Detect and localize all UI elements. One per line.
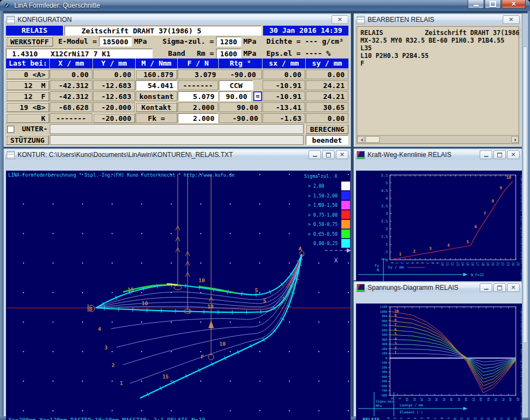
editor-area[interactable]: RELAIS Zeitschrift DRAHT 37(1986) 5 MX-3… — [357, 26, 519, 144]
konfiguration-close-button[interactable]: ✕ — [331, 15, 348, 24]
kraft-close-button[interactable]: ✕ — [507, 150, 520, 159]
minimize-button[interactable] — [468, 0, 484, 9]
svg-text:1: 1 — [395, 262, 399, 264]
rm-field[interactable]: 1600 — [216, 49, 241, 59]
berechnung-button[interactable]: BERECHNG — [306, 124, 348, 134]
kontur-minimize-button[interactable] — [308, 150, 321, 159]
cell-r1c5[interactable]: CCW — [219, 80, 253, 90]
main-titlebar[interactable]: LinA Formfeder: Querschnitte ✕ — [0, 0, 530, 11]
equals-button[interactable]: = — [253, 91, 262, 101]
hscrollbar-thumb[interactable] — [365, 136, 380, 143]
svg-text:-800: -800 — [380, 394, 387, 397]
svg-text:0: 0 — [391, 262, 394, 264]
kontur-close-button[interactable]: ✕ — [336, 150, 348, 159]
cell-r2c3: konstant — [136, 91, 177, 101]
cell-r0c4: 3.079-90.00 — [178, 69, 262, 79]
konfiguration-titlebar[interactable]: KONFIGURATION ✕ — [5, 15, 350, 25]
contour-label-10: 10 — [199, 277, 205, 283]
kontur-titlebar[interactable]: KONTUR: C:\Users\Kuno\Documents\LinAwin\… — [5, 150, 350, 160]
werkstoff-button[interactable]: WERKSTOFF — [6, 37, 53, 46]
window-konfiguration: KONFIGURATION ✕ RELAIS Zeitschrift DRAHT… — [3, 13, 351, 147]
spannung-maximize-button[interactable] — [493, 283, 506, 292]
editor-text[interactable]: RELAIS Zeitschrift DRAHT 37(1986) 5 MX-3… — [357, 27, 519, 67]
kraft-minimize-button[interactable] — [480, 150, 492, 159]
legend-swatch-4 — [341, 220, 350, 229]
unterstuetzung-checkbox[interactable] — [7, 126, 14, 133]
watermark-text: LINA-Formfederberechnung * Dipl.-Ing.(FH… — [520, 308, 522, 420]
svg-text:75: 75 — [502, 398, 505, 401]
svg-text:13: 13 — [474, 417, 477, 420]
material-field[interactable]: 1.4310 X12CrNi17 7 K1 — [6, 49, 153, 59]
cell-r3c3[interactable]: Kontakt — [136, 102, 177, 112]
main-window-title: LinA Formfeder: Querschnitte — [14, 2, 100, 9]
contour-label-10: 10 — [207, 304, 214, 310]
svg-text:-500: -500 — [380, 380, 387, 383]
kraft-maximize-button[interactable] — [493, 150, 506, 159]
cell-r3c1: -68.628 — [50, 102, 92, 112]
point-label-2: 2 — [413, 249, 416, 254]
cell-r2c5[interactable]: 90.00 — [219, 91, 251, 101]
svg-text:24: 24 — [511, 262, 515, 266]
table-row: 12 M-42.312-12.68354.041-------CCW-10.91… — [5, 80, 350, 91]
kontur-plot: 151051010432115105FABLINA-Formfederberec… — [6, 171, 351, 420]
source-field[interactable]: Zeitschrift DRAHT 37(1986) 5 — [65, 26, 261, 36]
cell-r3c0[interactable]: 19 <B> — [6, 102, 49, 112]
spring-name-field[interactable]: RELAIS — [6, 26, 63, 36]
cell-r4c4[interactable]: 2.000 — [178, 113, 218, 123]
svg-text:-100: -100 — [380, 361, 387, 364]
sigma-field[interactable]: 1280 — [216, 37, 241, 46]
editor-hscrollbar[interactable] — [357, 135, 519, 143]
kraft-weg-canvas[interactable]: 0123456789101112131415161718192021222324… — [356, 171, 522, 290]
app-icon — [3, 2, 11, 9]
cell-r1c3[interactable]: 54.041 — [136, 80, 177, 90]
svg-text:6: 6 — [421, 262, 424, 264]
cell-r0c3[interactable]: 160.879 — [136, 69, 177, 79]
contour-label-F: F — [201, 354, 204, 360]
close-button[interactable]: ✕ — [502, 0, 526, 9]
scroll-left-arrow-icon[interactable] — [357, 136, 364, 143]
contour-label-3: 3 — [104, 345, 108, 351]
emodul-field[interactable]: 185000 — [99, 37, 132, 46]
cell-r2c4[interactable]: 5.079 — [178, 91, 218, 101]
curve-label-3: 3 — [394, 341, 397, 346]
spannung-canvas[interactable]: 110010009008007006005004003002001000-100… — [356, 304, 522, 420]
svg-text:55: 55 — [472, 398, 475, 401]
cell-r3c2: -20.000 — [93, 102, 135, 112]
bearbeiten-titlebar[interactable]: BEARBEITEN RELAIS ✕ — [355, 15, 521, 25]
bearbeiten-close-button[interactable]: ✕ — [503, 15, 520, 24]
spring-curve-6 — [111, 254, 302, 329]
table-row: 19 <B>-68.628-20.000Kontakt2.00090.00-13… — [5, 102, 350, 113]
mdi-vertical-scrollbar[interactable] — [522, 13, 528, 418]
watermark-text: LINA-Formfederberechnung * Dipl.-Ing.(FH… — [520, 175, 522, 290]
kontur-canvas[interactable]: 151051010432115105FABLINA-Formfederberec… — [6, 171, 351, 420]
cell-r0c0[interactable]: 0 <A> — [6, 69, 49, 79]
legend-swatch-1 — [341, 191, 350, 200]
kraft-weg-titlebar[interactable]: Kraft-Weg-Kennlinie RELAIS ✕ — [355, 150, 521, 160]
scrollbar-thumb[interactable] — [523, 46, 527, 343]
stuetzung-field[interactable] — [50, 135, 304, 145]
maximize-button[interactable] — [485, 0, 501, 9]
svg-text:300: 300 — [382, 342, 387, 346]
spannung-titlebar[interactable]: Spannungs-Diagramm RELAIS ✕ — [355, 283, 521, 293]
cell-r4c6: -1.63 — [263, 113, 305, 123]
cell-r4c2[interactable]: -20.000 — [93, 113, 135, 123]
cell-r1c1: -42.312 — [50, 80, 92, 90]
contour-label-2: 2 — [112, 362, 115, 368]
svg-text:14: 14 — [461, 262, 465, 266]
legend-swatch-6 — [341, 239, 350, 248]
unterstuetzung-field[interactable] — [50, 124, 304, 134]
kontur-maximize-button[interactable] — [322, 150, 335, 159]
svg-text:12: 12 — [451, 262, 455, 266]
table-row: 0 <A>0.000.00160.8793.079-90.000.000.00 — [5, 69, 350, 80]
cell-r1c0[interactable]: 12 M — [6, 80, 49, 90]
svg-text:12: 12 — [467, 417, 470, 420]
minimize-icon — [484, 289, 488, 290]
column-header-1: X / mm — [50, 59, 92, 68]
svg-text:16: 16 — [493, 417, 497, 420]
spannung-close-button[interactable]: ✕ — [507, 283, 520, 292]
cell-r2c0[interactable]: 12 F — [6, 91, 49, 101]
scroll-right-arrow-icon[interactable] — [511, 136, 519, 143]
cell-r4c0[interactable]: K — [6, 113, 49, 123]
spannung-minimize-button[interactable] — [480, 283, 492, 292]
stuetzung-button[interactable]: STÜTZUNG — [6, 135, 49, 145]
